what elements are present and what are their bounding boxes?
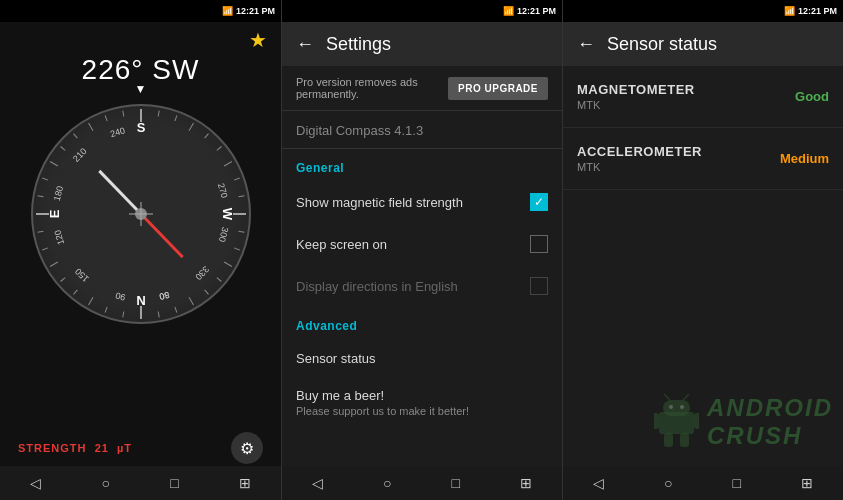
nav-square-icon[interactable]: □ [170,475,178,491]
svg-line-32 [60,147,65,151]
pro-upgrade-button[interactable]: PRO UPGRADE [448,77,548,100]
nav-grid-icon[interactable]: ⊞ [239,475,251,491]
settings-status-bar: 📶 12:21 PM [282,0,562,22]
svg-line-27 [60,278,65,282]
svg-line-30 [37,196,43,197]
nav-home-icon[interactable]: ○ [101,475,109,491]
gear-button[interactable]: ⚙ [231,432,263,464]
compass-status-bar: 📶 12:21 PM [0,0,281,22]
svg-line-25 [105,307,107,313]
checkbox-magnetic[interactable]: ✓ [530,193,548,211]
settings-time: 12:21 PM [517,6,556,16]
settings-item-screen[interactable]: Keep screen on [282,223,562,265]
svg-point-59 [680,405,684,409]
gear-icon: ⚙ [240,439,254,458]
sensor-nav-home[interactable]: ○ [664,475,672,491]
nav-back-icon[interactable]: ◁ [30,475,41,491]
settings-toolbar: ← Settings [282,22,562,66]
svg-text:330: 330 [193,264,211,282]
checkbox-screen[interactable] [530,235,548,253]
compass-tick-marks: S 210 240 W 270 300 330 180 150 120 N E … [31,104,251,324]
android-crush-text: ANDROIDCRUSH [707,394,833,450]
svg-text:N: N [136,293,145,308]
svg-text:150: 150 [73,266,91,284]
compass-panel: 📶 12:21 PM ★ 226° SW ▼ [0,0,281,500]
svg-line-60 [664,394,670,400]
svg-text:W: W [220,208,235,221]
svg-rect-65 [680,433,689,447]
svg-text:E: E [47,209,62,218]
svg-line-52 [99,171,141,214]
sensor-panel: 📶 12:21 PM ← Sensor status MAGNETOMETER … [562,0,843,500]
svg-point-58 [669,405,673,409]
settings-nav-grid[interactable]: ⊞ [520,475,532,491]
svg-line-24 [122,311,123,317]
svg-line-19 [234,248,240,250]
settings-sensor-status-link[interactable]: Sensor status [282,339,562,378]
compass-strength: STRENGTH 21 µT [18,442,132,454]
svg-line-20 [216,278,221,282]
svg-line-34 [105,115,107,121]
settings-item-magnetic[interactable]: Show magnetic field strength ✓ [282,181,562,223]
magnetometer-info: MAGNETOMETER MTK [577,82,695,111]
sensor-item-accelerometer: ACCELEROMETER MTK Medium [563,128,843,190]
svg-text:210: 210 [71,146,89,164]
sensor-nav-back[interactable]: ◁ [593,475,604,491]
accelerometer-info: ACCELEROMETER MTK [577,144,702,173]
svg-line-51 [141,214,183,257]
svg-text:240: 240 [108,125,125,139]
svg-text:60: 60 [158,290,170,302]
accelerometer-name: ACCELEROMETER [577,144,702,159]
sensor-nav-grid[interactable]: ⊞ [801,475,813,491]
svg-line-26 [73,290,77,295]
svg-line-5 [189,297,194,305]
magnetometer-status: Good [795,89,829,104]
svg-line-18 [238,231,244,232]
sensor-nav-bar: ◁ ○ □ ⊞ [563,466,843,500]
beer-sub: Please support us to make it better! [296,405,548,417]
svg-rect-62 [654,413,659,429]
svg-text:120: 120 [52,229,66,246]
settings-item-magnetic-label: Show magnetic field strength [296,195,463,210]
svg-text:300: 300 [216,226,229,243]
settings-nav-home[interactable]: ○ [383,475,391,491]
heading-arrow: ▼ [135,82,147,96]
settings-nav-square[interactable]: □ [452,475,460,491]
svg-line-7 [88,297,93,305]
magnetometer-name: MAGNETOMETER [577,82,695,97]
star-icon[interactable]: ★ [249,28,267,52]
settings-item-directions-label: Display directions in English [296,279,458,294]
svg-line-13 [174,115,176,121]
status-icons: 📶 [222,6,233,16]
settings-nav-back[interactable]: ◁ [312,475,323,491]
promo-text: Pro version removes ads permanently. [296,76,448,100]
svg-line-10 [50,162,58,167]
sensor-title: Sensor status [607,34,717,55]
sensor-nav-square[interactable]: □ [733,475,741,491]
android-crush-watermark: ANDROIDCRUSH [654,390,833,450]
accelerometer-status: Medium [780,151,829,166]
settings-panel: 📶 12:21 PM ← Settings Pro version remove… [281,0,562,500]
svg-text:270: 270 [215,182,229,199]
settings-back-arrow[interactable]: ← [296,34,314,55]
sensor-time: 12:21 PM [798,6,837,16]
beer-title: Buy me a beer! [296,388,548,403]
svg-text:S: S [136,120,145,135]
svg-line-11 [88,123,93,131]
svg-line-2 [224,162,232,167]
compass-dial: S 210 240 W 270 300 330 180 150 120 N E … [31,104,251,324]
svg-rect-64 [664,433,673,447]
strength-value: 21 [95,442,109,454]
settings-beer-section: Buy me a beer! Please support us to make… [282,378,562,421]
compass-bottom-bar: STRENGTH 21 µT ⚙ [0,432,281,464]
sensor-back-arrow[interactable]: ← [577,34,595,55]
settings-item-directions: Display directions in English [282,265,562,307]
svg-line-4 [224,262,232,267]
svg-line-31 [42,178,48,180]
strength-unit: µT [117,442,132,454]
svg-text:90: 90 [114,290,126,302]
settings-status-icons: 📶 [503,6,514,16]
svg-line-17 [238,196,244,197]
svg-line-16 [234,178,240,180]
settings-item-screen-label: Keep screen on [296,237,387,252]
